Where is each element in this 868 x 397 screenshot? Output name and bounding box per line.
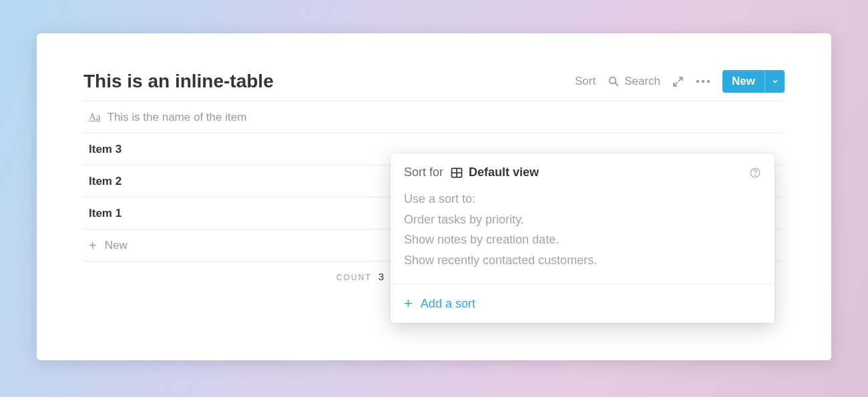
table-view-icon — [450, 166, 463, 179]
sort-popover: Sort for Default view Use a sort to: Ord… — [391, 153, 775, 323]
sort-button[interactable]: Sort — [575, 75, 596, 88]
more-icon[interactable] — [696, 79, 710, 83]
svg-point-6 — [707, 80, 710, 83]
hint-title: Use a sort to: — [404, 189, 761, 210]
help-icon[interactable] — [749, 167, 761, 179]
hint-line: Show recently contacted customers. — [404, 250, 761, 271]
expand-icon[interactable] — [672, 76, 684, 87]
search-label: Search — [624, 75, 660, 88]
svg-point-0 — [610, 77, 616, 84]
page-card: This is an inline-table Sort Search New — [37, 33, 831, 360]
search-icon — [608, 75, 620, 87]
add-sort-button[interactable]: + Add a sort — [391, 284, 775, 323]
svg-line-1 — [615, 83, 618, 86]
popover-body: Use a sort to: Order tasks by priority. … — [391, 189, 775, 284]
new-button-dropdown[interactable] — [765, 70, 785, 93]
add-row-label: New — [105, 239, 128, 252]
popover-header: Sort for Default view — [391, 153, 775, 189]
sort-for-label: Sort for — [404, 165, 443, 179]
plus-icon: + — [89, 239, 97, 252]
hint-line: Order tasks by priority. — [404, 210, 761, 230]
hint-line: Show notes by creation date. — [404, 230, 761, 250]
count-label: COUNT — [337, 273, 372, 282]
svg-point-4 — [696, 80, 699, 83]
text-property-icon: Aa — [89, 111, 101, 123]
column-header-label: This is the name of the item — [107, 111, 247, 124]
search-button[interactable]: Search — [608, 75, 660, 88]
svg-point-5 — [702, 80, 704, 83]
table-title[interactable]: This is an inline-table — [83, 71, 274, 92]
add-sort-label: Add a sort — [421, 297, 475, 311]
svg-point-11 — [755, 175, 756, 175]
new-button: New — [722, 70, 785, 93]
view-name[interactable]: Default view — [469, 165, 539, 179]
title-bar: This is an inline-table Sort Search New — [83, 70, 785, 93]
chevron-down-icon — [771, 77, 779, 85]
toolbar: Sort Search New — [575, 70, 785, 93]
column-header[interactable]: Aa This is the name of the item — [83, 101, 785, 133]
count-value: 3 — [379, 271, 384, 282]
new-button-main[interactable]: New — [722, 70, 765, 93]
plus-icon: + — [404, 296, 413, 311]
